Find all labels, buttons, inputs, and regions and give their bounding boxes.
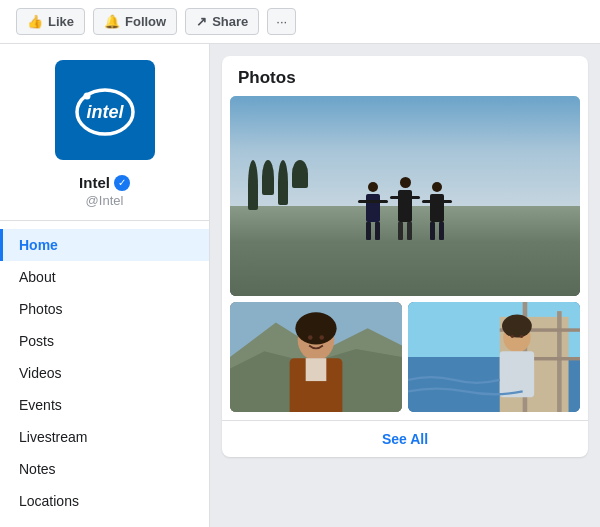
right-panel: Photos	[210, 44, 600, 527]
more-button[interactable]: ···	[267, 8, 296, 35]
intel-logo-svg: intel	[65, 70, 145, 150]
figure-1-head	[368, 182, 378, 192]
figure-3	[430, 182, 444, 240]
nav-label-posts: Posts	[19, 333, 54, 349]
follow-button[interactable]: 🔔 Follow	[93, 8, 177, 35]
figure-2-head	[400, 177, 411, 188]
photos-title: Photos	[222, 56, 588, 96]
svg-rect-23	[500, 351, 534, 397]
figure-2-leg-r	[407, 222, 412, 240]
svg-point-13	[319, 335, 324, 340]
nav-label-locations: Locations	[19, 493, 79, 509]
photo-thumb-2[interactable]	[408, 302, 580, 412]
nav-item-notes[interactable]: Notes	[0, 453, 209, 485]
nav-item-posts[interactable]: Posts	[0, 325, 209, 357]
photo-thumb-1[interactable]	[230, 302, 402, 412]
svg-text:intel: intel	[86, 102, 124, 122]
verified-badge: ✓	[114, 175, 130, 191]
nav-label-videos: Videos	[19, 365, 62, 381]
figure-1-leg-r	[375, 222, 380, 240]
svg-rect-18	[557, 311, 562, 412]
figure-2-arms	[390, 196, 420, 199]
figure-3-arms	[422, 200, 452, 203]
photo-thumbs	[230, 302, 580, 412]
share-button[interactable]: ↗ Share	[185, 8, 259, 35]
figure-3-legs	[430, 222, 444, 240]
figure-1-body	[366, 194, 380, 222]
verified-icon: ✓	[118, 177, 126, 188]
photos-card: Photos	[222, 56, 588, 457]
tree-2	[262, 160, 274, 195]
svg-point-22	[502, 315, 532, 338]
svg-point-12	[308, 335, 313, 340]
photos-grid	[222, 96, 588, 420]
nav-item-community[interactable]: Community	[0, 517, 209, 527]
figure-1	[366, 182, 380, 240]
nav-item-videos[interactable]: Videos	[0, 357, 209, 389]
svg-point-3	[83, 93, 90, 100]
page-wrapper: 👍 Like 🔔 Follow ↗ Share ···	[0, 0, 600, 527]
figure-3-leg-l	[430, 222, 435, 240]
thumb-1-svg	[230, 302, 402, 412]
thumb-2-svg	[408, 302, 580, 412]
figure-2-body	[398, 190, 412, 222]
like-button[interactable]: 👍 Like	[16, 8, 85, 35]
profile-section: intel Intel ✓ @Intel	[0, 44, 209, 221]
figure-3-head	[432, 182, 442, 192]
figure-1-arms	[358, 200, 388, 203]
nav-item-about[interactable]: About	[0, 261, 209, 293]
photo-main[interactable]	[230, 96, 580, 296]
trees	[248, 160, 308, 210]
nav-item-events[interactable]: Events	[0, 389, 209, 421]
tree-4	[292, 160, 308, 188]
nav-label-notes: Notes	[19, 461, 56, 477]
follow-icon: 🔔	[104, 14, 120, 29]
profile-name: Intel	[79, 174, 110, 191]
photo-main-content	[230, 96, 580, 296]
tree-1	[248, 160, 258, 210]
svg-rect-11	[306, 358, 327, 381]
svg-point-24	[511, 335, 514, 338]
nav-label-photos: Photos	[19, 301, 63, 317]
figure-1-leg-l	[366, 222, 371, 240]
figure-3-body	[430, 194, 444, 222]
profile-name-row: Intel ✓	[79, 174, 130, 191]
figure-2-leg-l	[398, 222, 403, 240]
nav-label-events: Events	[19, 397, 62, 413]
see-all-label: See All	[382, 431, 428, 447]
svg-point-25	[520, 335, 523, 338]
like-label: Like	[48, 14, 74, 29]
figure-3-leg-r	[439, 222, 444, 240]
more-label: ···	[276, 14, 287, 29]
nav-list: Home About Photos Posts Videos Events	[0, 221, 209, 527]
follow-label: Follow	[125, 14, 166, 29]
profile-handle: @Intel	[86, 193, 124, 208]
figures	[366, 177, 444, 240]
share-icon: ↗	[196, 14, 207, 29]
nav-label-home: Home	[19, 237, 58, 253]
figure-2-legs	[398, 222, 412, 240]
nav-item-livestream[interactable]: Livestream	[0, 421, 209, 453]
main-content: intel Intel ✓ @Intel Home	[0, 44, 600, 527]
action-bar: 👍 Like 🔔 Follow ↗ Share ···	[0, 0, 600, 44]
profile-logo: intel	[55, 60, 155, 160]
nav-label-livestream: Livestream	[19, 429, 87, 445]
like-icon: 👍	[27, 14, 43, 29]
nav-item-home[interactable]: Home	[0, 229, 209, 261]
figure-2	[398, 177, 412, 240]
tree-3	[278, 160, 288, 205]
figure-1-legs	[366, 222, 380, 240]
nav-item-photos[interactable]: Photos	[0, 293, 209, 325]
see-all-link[interactable]: See All	[222, 420, 588, 457]
sidebar: intel Intel ✓ @Intel Home	[0, 44, 210, 527]
svg-point-9	[295, 312, 336, 344]
nav-label-about: About	[19, 269, 56, 285]
nav-item-locations[interactable]: Locations	[0, 485, 209, 517]
share-label: Share	[212, 14, 248, 29]
